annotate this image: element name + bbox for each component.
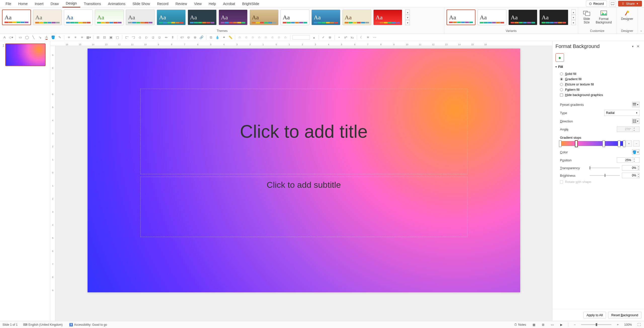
magic-icon[interactable]: ✦: [221, 35, 226, 40]
tab-review[interactable]: Review: [172, 0, 191, 7]
type-dropdown[interactable]: Radial▼: [604, 110, 639, 116]
gradient-stop-2[interactable]: [575, 140, 578, 147]
picture-fill-radio[interactable]: Picture or texture fill: [560, 82, 639, 87]
tab-acrobat[interactable]: Acrobat: [219, 0, 238, 7]
pane-close-icon[interactable]: ✕: [635, 44, 641, 48]
designer-button[interactable]: Designer: [619, 9, 636, 22]
align-dropdown-icon[interactable]: ▦▾: [86, 35, 91, 40]
themes-scroll-down[interactable]: ▾: [405, 15, 410, 20]
slideshow-view-button[interactable]: ▶: [559, 323, 564, 326]
zoom-slider[interactable]: [581, 324, 611, 325]
language-status[interactable]: ⌨English (United Kingdom): [22, 323, 64, 326]
variants-scroll-up[interactable]: ▴: [571, 10, 576, 15]
zoom-level[interactable]: 100%: [624, 323, 632, 326]
tab-insert[interactable]: Insert: [31, 0, 47, 7]
star7-icon[interactable]: ☆: [276, 35, 281, 40]
bullet-icon[interactable]: •: [337, 35, 342, 40]
tab-brightslide[interactable]: BrightSlide: [239, 0, 263, 7]
moon-icon[interactable]: ☾: [359, 35, 364, 40]
brightness-spinner[interactable]: ▴▾: [622, 173, 639, 178]
ruler-toggle-icon[interactable]: 📏: [228, 35, 233, 40]
spin-up-icon[interactable]: ▴: [311, 35, 316, 40]
variant-2[interactable]: Aa: [477, 10, 506, 25]
fit-to-window-button[interactable]: ⛶: [636, 323, 641, 326]
superscript-icon[interactable]: x²: [343, 35, 348, 40]
fill-section-header[interactable]: ▾ Fill: [552, 63, 644, 70]
crop-icon[interactable]: ⧉: [208, 35, 213, 40]
theme-5[interactable]: Aa: [126, 10, 155, 25]
variants-scroll-down[interactable]: ▾: [571, 15, 576, 20]
theme-8[interactable]: Aa: [219, 10, 248, 25]
title-placeholder[interactable]: Click to add title: [140, 89, 467, 174]
theme-office[interactable]: Aa: [2, 10, 31, 25]
remove-stop-button[interactable]: −: [633, 140, 639, 147]
variant-3[interactable]: Aa: [508, 10, 537, 25]
tab-slideshow[interactable]: Slide Show: [129, 0, 153, 7]
align-objects-bottom-icon[interactable]: ⫒: [157, 35, 162, 40]
tab-draw[interactable]: Draw: [47, 0, 62, 7]
size-input[interactable]: [292, 35, 310, 40]
align-left-icon[interactable]: ≡: [66, 35, 71, 40]
distribute-h-icon[interactable]: ⇔: [164, 35, 169, 40]
pane-options-icon[interactable]: ▾: [630, 44, 635, 48]
proof1-icon[interactable]: ✓: [321, 35, 326, 40]
zoom-out-button[interactable]: −: [573, 323, 577, 326]
oval-icon[interactable]: ◯: [24, 35, 29, 40]
theme-12[interactable]: Aa: [342, 10, 371, 25]
sun-icon[interactable]: ☀: [366, 35, 371, 40]
apply-to-all-button[interactable]: Apply to All: [583, 312, 606, 318]
reset-background-button[interactable]: Reset Background: [608, 312, 641, 318]
zoom-in-button[interactable]: +: [616, 323, 620, 326]
tab-record[interactable]: Record: [153, 0, 172, 7]
theme-6[interactable]: Aa: [157, 10, 186, 25]
tab-transitions[interactable]: Transitions: [80, 0, 104, 7]
align-objects-center-icon[interactable]: ⫎: [131, 35, 136, 40]
star1-icon[interactable]: ☆: [237, 35, 242, 40]
variant-4[interactable]: Aa: [539, 10, 568, 25]
theme-2[interactable]: Aa: [33, 10, 62, 25]
align-center-icon[interactable]: ≡: [73, 35, 78, 40]
align-objects-middle-icon[interactable]: ⫑: [150, 35, 155, 40]
gradient-stop-1[interactable]: [559, 140, 561, 147]
line-icon[interactable]: ╲: [31, 35, 36, 40]
normal-view-button[interactable]: ▦: [532, 323, 536, 326]
color-dropdown[interactable]: 🪣▼: [632, 149, 639, 155]
tab-view[interactable]: View: [191, 0, 205, 7]
gradient-stop-4[interactable]: [618, 140, 620, 147]
align-objects-left-icon[interactable]: ⫍: [124, 35, 129, 40]
slide-counter[interactable]: Slide 1 of 1: [3, 323, 18, 326]
slide-canvas[interactable]: Click to add title Click to add subtitle: [88, 49, 520, 292]
tag-icon[interactable]: 🏷: [179, 35, 184, 40]
circle-tag-icon[interactable]: ⊘: [186, 35, 191, 40]
star6-icon[interactable]: ☆: [270, 35, 275, 40]
no-tag-icon[interactable]: ⊗: [192, 35, 197, 40]
notes-button[interactable]: 🗒Notes: [513, 323, 527, 326]
align-right-icon[interactable]: ≡: [79, 35, 85, 40]
slide-size-button[interactable]: Slide Size: [580, 9, 593, 25]
theme-9[interactable]: Aa: [250, 10, 278, 25]
star5-icon[interactable]: ☆: [263, 35, 268, 40]
tab-home[interactable]: Home: [15, 0, 31, 7]
fill-color-icon[interactable]: 🪣: [51, 35, 56, 40]
collapse-ribbon[interactable]: ⌄: [638, 8, 644, 34]
variants-more[interactable]: ▾: [571, 20, 576, 25]
theme-3[interactable]: Aa: [64, 10, 93, 25]
fill-tab-button[interactable]: ◆: [555, 53, 564, 62]
bring-forward-icon[interactable]: ▣: [108, 35, 113, 40]
star8-icon[interactable]: ☆: [283, 35, 288, 40]
gradient-stops-bar[interactable]: [560, 141, 624, 146]
theme-4[interactable]: Aa: [95, 10, 124, 25]
ungroup-icon[interactable]: ⊟: [102, 35, 107, 40]
star2-icon[interactable]: ☆: [244, 35, 249, 40]
solid-fill-radio[interactable]: Solid fill: [560, 71, 639, 76]
theme-11[interactable]: Aa: [311, 10, 340, 25]
subtitle-placeholder[interactable]: Click to add subtitle: [140, 177, 467, 237]
align-objects-top-icon[interactable]: ⫐: [144, 35, 149, 40]
star4-icon[interactable]: ☆: [257, 35, 262, 40]
variant-1[interactable]: Aa: [447, 10, 475, 25]
themes-scroll-up[interactable]: ▴: [405, 10, 410, 15]
direction-dropdown[interactable]: ▼: [632, 118, 639, 124]
rect-icon[interactable]: ▭: [18, 35, 23, 40]
transparency-slider[interactable]: [590, 168, 620, 168]
outline-icon[interactable]: ✎: [57, 35, 62, 40]
